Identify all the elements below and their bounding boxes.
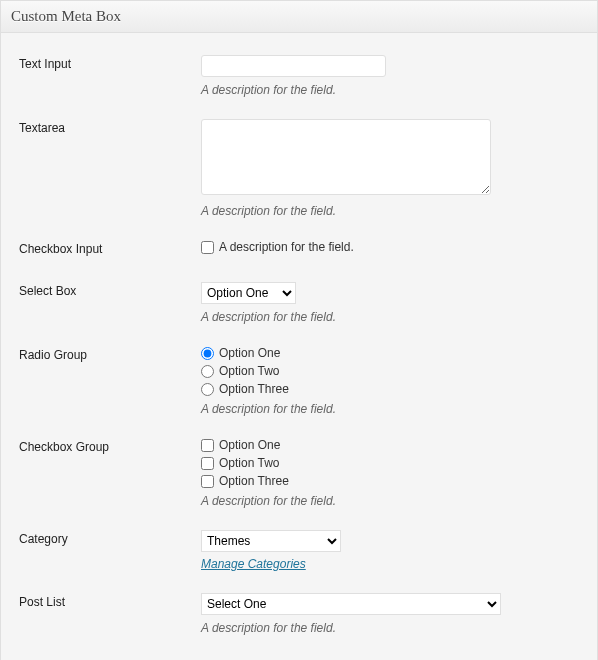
checkbox-group-label: Checkbox Group <box>11 426 201 518</box>
post-list-desc: A description for the field. <box>201 621 577 635</box>
textarea-desc: A description for the field. <box>201 204 577 218</box>
radio-option-two[interactable] <box>201 365 214 378</box>
row-checkbox-input: Checkbox Input A description for the fie… <box>11 228 587 270</box>
row-checkbox-group: Checkbox Group Option One Option Two Opt… <box>11 426 587 518</box>
radio-option-three[interactable] <box>201 383 214 396</box>
checkbox-option-two-label: Option Two <box>219 456 279 470</box>
select-box-field[interactable]: Option One <box>201 282 296 304</box>
custom-meta-box: Custom Meta Box Text Input A description… <box>0 0 598 660</box>
category-label: Category <box>11 518 201 581</box>
radio-group-label: Radio Group <box>11 334 201 426</box>
checkbox-option-one-label: Option One <box>219 438 280 452</box>
metabox-body: Text Input A description for the field. … <box>1 33 597 660</box>
row-textarea: Textarea A description for the field. <box>11 107 587 228</box>
metabox-title: Custom Meta Box <box>1 1 597 33</box>
radio-option-two-label: Option Two <box>219 364 279 378</box>
checkbox-input-label: Checkbox Input <box>11 228 201 270</box>
post-list-label: Post List <box>11 581 201 645</box>
textarea-label: Textarea <box>11 107 201 228</box>
post-list-select[interactable]: Select One <box>201 593 501 615</box>
category-select[interactable]: Themes <box>201 530 341 552</box>
row-text-input: Text Input A description for the field. <box>11 43 587 107</box>
row-radio-group: Radio Group Option One Option Two Option… <box>11 334 587 426</box>
row-category: Category Themes Manage Categories <box>11 518 587 581</box>
radio-option-one[interactable] <box>201 347 214 360</box>
text-input-desc: A description for the field. <box>201 83 577 97</box>
row-select-box: Select Box Option One A description for … <box>11 270 587 334</box>
checkbox-option-two[interactable] <box>201 457 214 470</box>
checkbox-option-three-label: Option Three <box>219 474 289 488</box>
row-post-list: Post List Select One A description for t… <box>11 581 587 645</box>
select-box-desc: A description for the field. <box>201 310 577 324</box>
checkbox-input-field[interactable] <box>201 241 214 254</box>
checkbox-option-one[interactable] <box>201 439 214 452</box>
checkbox-group-desc: A description for the field. <box>201 494 577 508</box>
select-box-label: Select Box <box>11 270 201 334</box>
manage-categories-link[interactable]: Manage Categories <box>201 557 306 571</box>
radio-group-desc: A description for the field. <box>201 402 577 416</box>
radio-option-three-label: Option Three <box>219 382 289 396</box>
text-input-field[interactable] <box>201 55 386 77</box>
text-input-label: Text Input <box>11 43 201 107</box>
radio-option-one-label: Option One <box>219 346 280 360</box>
textarea-field[interactable] <box>201 119 491 195</box>
checkbox-option-three[interactable] <box>201 475 214 488</box>
checkbox-input-option-label: A description for the field. <box>219 240 354 254</box>
